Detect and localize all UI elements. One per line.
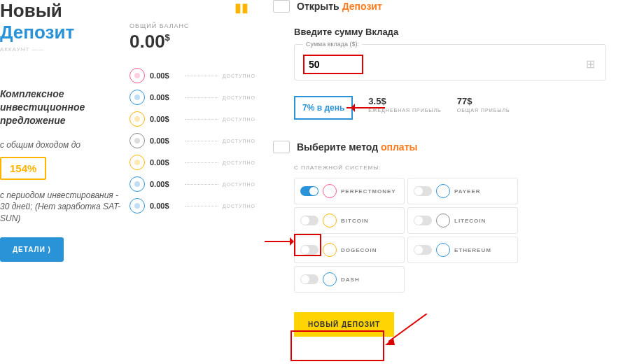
coin-amount: 0.00$ (150, 71, 181, 80)
coin-amount: 0.00$ (150, 180, 181, 188)
period-text: с периодом инвестирования - 30 дней; (Не… (0, 190, 126, 225)
annotation-box-submit (290, 330, 384, 361)
available-label: ДОСТУПНО (223, 182, 255, 187)
payment-toggle[interactable] (414, 186, 432, 196)
payment-name: ETHEREUM (454, 247, 491, 253)
payment-name: DOGECOIN (341, 247, 377, 253)
enter-amount-label: Введите сумму Вклада (294, 27, 623, 37)
payment-icon (323, 184, 337, 198)
input-legend: Сумма вклада ($): (303, 41, 362, 48)
coin-row: 0.00$ДОСТУПНО (130, 68, 255, 83)
coin-row: 0.00$ДОСТУПНО (130, 133, 255, 148)
coin-row: 0.00$ДОСТУПНО (130, 155, 255, 170)
coin-icon (130, 90, 145, 105)
offer-text: Комплексное инвестиционное предложение (0, 88, 126, 127)
coin-amount: 0.00$ (150, 202, 181, 210)
balance-icon: ▮▮ (130, 0, 255, 15)
balance-label: ОБЩИЙ БАЛАНС (130, 22, 255, 29)
open-deposit-header: Открыть Депозит (273, 0, 623, 13)
svg-marker-1 (385, 338, 395, 345)
title-deposit: Депозит (0, 22, 126, 43)
card-icon (273, 141, 290, 153)
coin-icon (130, 155, 145, 170)
coin-icon (130, 133, 145, 148)
payment-option-dash[interactable]: DASH (294, 266, 405, 293)
payment-option-litecoin[interactable]: LITECOIN (407, 207, 518, 234)
payment-name: PAYEER (454, 188, 481, 195)
payment-icon (323, 243, 337, 257)
payment-name: LITECOIN (454, 218, 486, 224)
payment-name: BITCOIN (341, 218, 369, 224)
payment-option-ethereum[interactable]: ETHEREUM (407, 237, 518, 263)
payment-icon (323, 272, 337, 286)
coin-row: 0.00$ДОСТУПНО (130, 176, 255, 192)
amount-input[interactable] (303, 55, 363, 74)
available-label: ДОСТУПНО (223, 117, 255, 122)
coin-row: 0.00$ДОСТУПНО (130, 90, 255, 105)
coin-amount: 0.00$ (150, 136, 181, 145)
coin-amount: 0.00$ (150, 115, 181, 123)
available-label: ДОСТУПНО (223, 74, 255, 78)
coin-row: 0.00$ДОСТУПНО (130, 111, 255, 127)
coin-list: 0.00$ДОСТУПНО0.00$ДОСТУПНО0.00$ДОСТУПНО0… (130, 68, 255, 214)
coin-amount: 0.00$ (150, 93, 181, 102)
annotation-arrow-submit (385, 314, 434, 349)
payment-grid: PERFECTMONEYPAYEERBITCOINLITECOINDOGECOI… (294, 178, 623, 293)
payment-icon (436, 243, 450, 257)
payment-name: DASH (341, 276, 360, 283)
available-label: ДОСТУПНО (223, 95, 255, 100)
details-button[interactable]: ДЕТАЛИ ) (0, 237, 64, 262)
payment-toggle[interactable] (414, 216, 432, 225)
coin-icon (130, 198, 145, 214)
coin-icon (130, 176, 145, 192)
calculator-icon[interactable]: ⊞ (586, 57, 595, 71)
payment-toggle[interactable] (300, 274, 318, 284)
svg-line-0 (388, 314, 427, 342)
coin-icon (130, 68, 145, 83)
payment-name: PERFECTMONEY (341, 188, 396, 195)
payment-icon (436, 184, 450, 198)
coin-icon (130, 111, 145, 127)
payment-toggle[interactable] (414, 245, 432, 255)
account-label: АККАУНТ —— (0, 46, 126, 52)
payment-option-perfectmoney[interactable]: PERFECTMONEY (294, 178, 405, 204)
payment-system-label: С ПЛАТЕЖНОЙ СИСТЕМЫ: (294, 164, 623, 171)
total-profit: 77$ОБЩАЯ ПРИБЫЛЬ (457, 96, 510, 120)
available-label: ДОСТУПНО (223, 204, 255, 209)
percent-box: 154% (0, 157, 46, 180)
balance-value: 0.00$ (130, 31, 255, 52)
choose-method-header: Выберите метод оплаты (273, 141, 623, 153)
available-label: ДОСТУПНО (223, 160, 255, 165)
daily-rate-box: 7% в день (294, 96, 353, 120)
available-label: ДОСТУПНО (223, 139, 255, 144)
wallet-icon (273, 0, 290, 13)
payment-icon (323, 214, 337, 227)
payment-toggle[interactable] (300, 186, 318, 196)
coin-amount: 0.00$ (150, 158, 181, 167)
payment-icon (436, 214, 450, 227)
payment-option-bitcoin[interactable]: BITCOIN (294, 207, 405, 234)
title-new: Новый (0, 0, 126, 22)
payment-toggle[interactable] (300, 216, 318, 225)
income-label: с общим доходом до (0, 140, 126, 150)
coin-row: 0.00$ДОСТУПНО (130, 198, 255, 214)
amount-input-box: Сумма вклада ($): ⊞ (294, 44, 606, 80)
payment-option-payeer[interactable]: PAYEER (407, 178, 518, 204)
